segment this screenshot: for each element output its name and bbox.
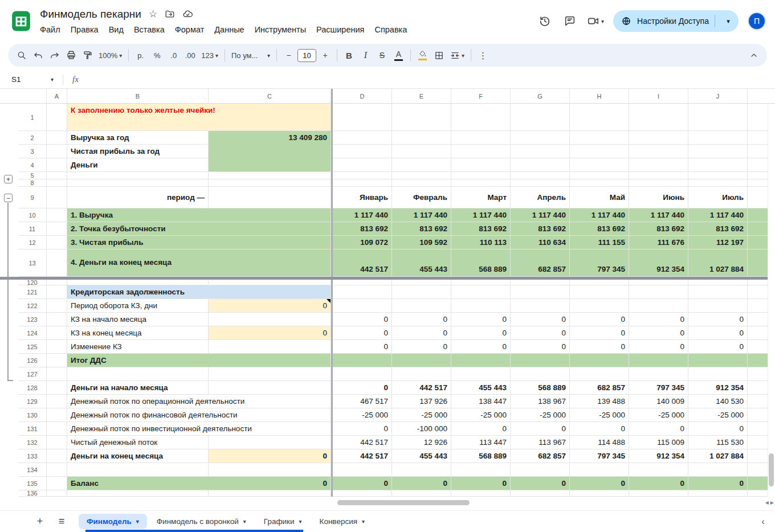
- more-toolbar-button[interactable]: ⋮: [475, 47, 491, 63]
- vertical-scrollbar-track[interactable]: [768, 104, 775, 497]
- increase-decimals-button[interactable]: .00: [182, 47, 198, 63]
- cell-I11[interactable]: 813 692: [629, 222, 688, 236]
- cell-H4[interactable]: [570, 158, 629, 172]
- menu-tools[interactable]: Инструменты: [250, 25, 311, 34]
- row-header-125[interactable]: 125: [18, 340, 47, 354]
- row-header-121[interactable]: 121: [18, 285, 47, 299]
- cell-G126[interactable]: [511, 354, 570, 367]
- cell-J4[interactable]: [688, 158, 748, 172]
- cell-E8[interactable]: [392, 179, 451, 187]
- cell-F121[interactable]: [451, 285, 511, 299]
- cell-F120[interactable]: [451, 280, 511, 285]
- caret-down-icon[interactable]: ▾: [243, 518, 246, 525]
- cell-E9[interactable]: Февраль: [392, 187, 451, 208]
- cell-D123[interactable]: 0: [333, 313, 392, 326]
- row-header-11[interactable]: 11: [18, 222, 47, 236]
- cell-E130[interactable]: -25 000: [392, 408, 451, 422]
- col-header-B[interactable]: B: [67, 89, 209, 104]
- cell-G132[interactable]: 113 967: [511, 436, 570, 449]
- cell-D11[interactable]: 813 692: [333, 222, 392, 236]
- merge-cells-button[interactable]: ▾: [448, 47, 467, 63]
- cell-D130[interactable]: -25 000: [333, 408, 392, 422]
- strikethrough-button[interactable]: S: [374, 47, 390, 63]
- cell-J132[interactable]: 115 530: [688, 436, 748, 449]
- cell-A127[interactable]: [47, 367, 67, 381]
- cell-G8[interactable]: [511, 179, 570, 187]
- cell-BC12[interactable]: 3. Чистая прибыль: [67, 236, 331, 249]
- cell-D122[interactable]: [333, 299, 392, 313]
- cell-H128[interactable]: 682 857: [570, 381, 629, 395]
- cell-B13[interactable]: 4. Деньги на конец месяца: [67, 249, 209, 277]
- cell-BC130[interactable]: Денежный поток по финансовой деятельност…: [67, 408, 331, 422]
- cell-I124[interactable]: 0: [629, 326, 688, 340]
- cell-G131[interactable]: 0: [511, 422, 570, 436]
- row-header-5[interactable]: 5: [18, 172, 47, 179]
- cell-A132[interactable]: [47, 436, 67, 449]
- cell-H131[interactable]: 0: [570, 422, 629, 436]
- caret-down-icon[interactable]: ▾: [299, 518, 302, 525]
- cell-F3[interactable]: [451, 145, 511, 158]
- cell-B125[interactable]: Изменение КЗ: [67, 340, 209, 354]
- select-all-corner[interactable]: [0, 89, 47, 104]
- cell-H10[interactable]: 1 117 440: [570, 208, 629, 222]
- cell-G1[interactable]: [511, 104, 570, 131]
- row-header-127[interactable]: 127: [18, 367, 47, 381]
- cell-H9[interactable]: Май: [570, 187, 629, 208]
- cell-F10[interactable]: 1 117 440: [451, 208, 511, 222]
- cell-G125[interactable]: 0: [511, 340, 570, 354]
- caret-down-icon[interactable]: ▾: [136, 518, 139, 525]
- cell-BC10[interactable]: 1. Выручка: [67, 208, 331, 222]
- cell-E121[interactable]: [392, 285, 451, 299]
- cell-I130[interactable]: -25 000: [629, 408, 688, 422]
- move-folder-icon[interactable]: [165, 9, 175, 19]
- cell-E128[interactable]: 442 517: [392, 381, 451, 395]
- all-sheets-button[interactable]: ≡: [54, 514, 70, 530]
- cell-H133[interactable]: 797 345: [570, 449, 629, 463]
- cell-G11[interactable]: 813 692: [511, 222, 570, 236]
- cell-A10[interactable]: [47, 208, 67, 222]
- cell-D5[interactable]: [333, 172, 392, 179]
- cell-D135[interactable]: 0: [333, 477, 392, 490]
- cell-BC126[interactable]: Итог ДДС: [67, 354, 331, 367]
- cell-J129[interactable]: 140 530: [688, 395, 748, 408]
- cell-F129[interactable]: 138 447: [451, 395, 511, 408]
- row-header-120[interactable]: 120: [18, 280, 47, 285]
- cell-E11[interactable]: 813 692: [392, 222, 451, 236]
- cell-H3[interactable]: [570, 145, 629, 158]
- cell-A129[interactable]: [47, 395, 67, 408]
- cell-J122[interactable]: [688, 299, 748, 313]
- cell-D125[interactable]: 0: [333, 340, 392, 354]
- cell-A133[interactable]: [47, 449, 67, 463]
- row-header-126[interactable]: 126: [18, 354, 47, 367]
- menu-view[interactable]: Вид: [104, 25, 129, 34]
- cell-F1[interactable]: [451, 104, 511, 131]
- cell-C125[interactable]: [209, 340, 331, 354]
- cell-I131[interactable]: 0: [629, 422, 688, 436]
- cell-G121[interactable]: [511, 285, 570, 299]
- cell-I12[interactable]: 111 676: [629, 236, 688, 249]
- cell-J133[interactable]: 1 027 884: [688, 449, 748, 463]
- cell-H121[interactable]: [570, 285, 629, 299]
- cell-J11[interactable]: 813 692: [688, 222, 748, 236]
- cell-H124[interactable]: 0: [570, 326, 629, 340]
- cell-H135[interactable]: 0: [570, 477, 629, 490]
- cell-I5[interactable]: [629, 172, 688, 179]
- tab-finmodel[interactable]: Финмодель▾: [79, 514, 147, 529]
- row-header-130[interactable]: 130: [18, 408, 47, 422]
- cell-F5[interactable]: [451, 172, 511, 179]
- cell-F132[interactable]: 113 447: [451, 436, 511, 449]
- cell-J135[interactable]: 0: [688, 477, 748, 490]
- cell-F13[interactable]: 568 889: [451, 249, 511, 277]
- cell-J12[interactable]: 112 197: [688, 236, 748, 249]
- menu-file[interactable]: Файл: [40, 25, 66, 34]
- redo-button[interactable]: [47, 47, 62, 63]
- scroll-tabs-left-button[interactable]: ‹: [758, 515, 768, 528]
- borders-button[interactable]: [431, 47, 447, 63]
- cell-E134[interactable]: [392, 463, 451, 477]
- paint-format-button[interactable]: [80, 47, 95, 63]
- cell-C136[interactable]: [209, 490, 331, 497]
- tab-grafiki[interactable]: Графики▾: [256, 514, 310, 529]
- cell-A121[interactable]: [47, 285, 67, 299]
- cell-F2[interactable]: [451, 131, 511, 145]
- menu-data[interactable]: Данные: [209, 25, 249, 34]
